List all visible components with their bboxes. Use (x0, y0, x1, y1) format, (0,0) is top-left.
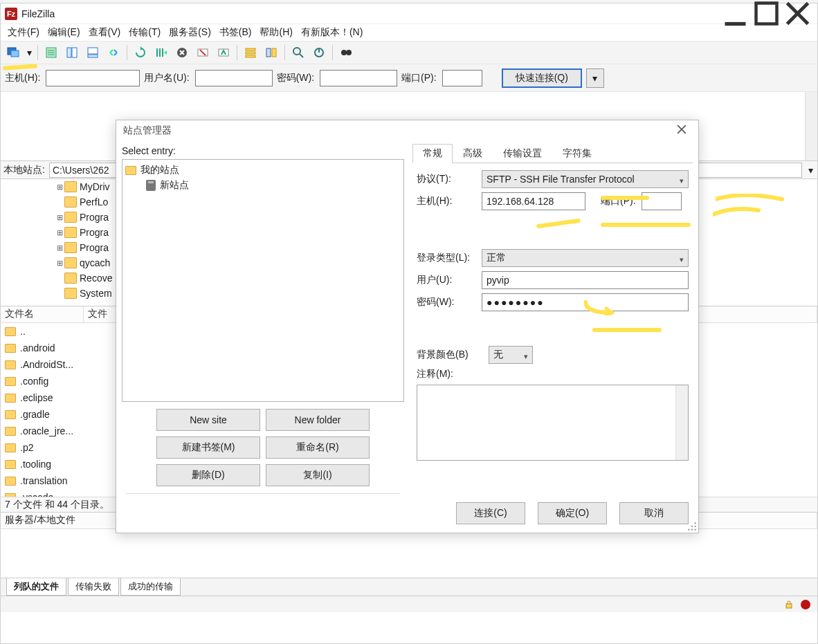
find-icon[interactable] (336, 44, 356, 62)
cancel-icon[interactable] (172, 44, 192, 62)
disconnect-icon[interactable] (193, 44, 212, 62)
tree-item[interactable]: qycach (80, 257, 110, 268)
highlight-stroke (592, 328, 662, 332)
copy-button[interactable]: 复制(I) (266, 464, 370, 486)
site-tree-entry[interactable]: 新站点 (125, 178, 401, 193)
menu-newversion[interactable]: 有新版本！(N) (298, 25, 365, 40)
tab-advanced[interactable]: 高级 (453, 144, 493, 163)
bgcolor-label: 背景颜色(B) (417, 349, 483, 361)
tree-item[interactable]: Progra (80, 227, 109, 238)
tree-item[interactable]: Recove (80, 273, 112, 284)
tab-general[interactable]: 常规 (412, 144, 453, 163)
memo-textarea[interactable] (417, 385, 689, 461)
dialog-footer: 连接(C) 确定(O) 取消 (116, 494, 698, 533)
new-site-button[interactable]: New site (156, 409, 260, 431)
host-label: 主机(H): (417, 195, 476, 208)
toggle-queue-icon[interactable] (83, 44, 102, 62)
toggle-speed-icon[interactable] (309, 44, 329, 62)
minimize-button[interactable] (720, 3, 751, 24)
menu-view[interactable]: 查看(V) (86, 25, 124, 40)
menu-edit[interactable]: 编辑(E) (45, 25, 83, 40)
menu-help[interactable]: 帮助(H) (257, 25, 295, 40)
svg-point-37 (695, 526, 696, 527)
svg-rect-11 (72, 48, 77, 57)
svg-rect-22 (246, 55, 255, 57)
toggle-log-icon[interactable] (42, 44, 61, 62)
reconnect-icon[interactable] (214, 44, 233, 62)
bgcolor-select[interactable]: 无▾ (489, 346, 533, 364)
site-tree[interactable]: 我的站点 新站点 (122, 159, 404, 402)
queue-tab-success[interactable]: 成功的传输 (120, 578, 181, 596)
host-input[interactable]: 192.168.64.128 (482, 192, 585, 210)
qc-user-label: 用户名(U): (144, 72, 190, 84)
queue-tab-failed[interactable]: 传输失败 (68, 578, 119, 596)
highlight-stroke (716, 194, 785, 208)
rename-button[interactable]: 重命名(R) (266, 436, 370, 459)
close-button[interactable] (782, 3, 813, 24)
svg-rect-24 (272, 48, 276, 57)
tree-item[interactable]: System (80, 288, 112, 299)
sync-browse-icon[interactable] (104, 44, 123, 62)
col-name[interactable]: 文件名 (1, 306, 84, 322)
queue-body[interactable] (1, 529, 817, 578)
refresh-icon[interactable] (131, 44, 150, 62)
highlight-stroke (601, 196, 649, 200)
delete-button[interactable]: 删除(D) (156, 464, 260, 486)
site-tree-root[interactable]: 我的站点 (125, 163, 401, 178)
queue-col[interactable]: 服务器/本地文件 (1, 513, 129, 528)
svg-rect-21 (246, 52, 255, 54)
statusbar: 队列: 空 (1, 596, 817, 612)
memo-scrollbar[interactable] (675, 385, 688, 460)
filter-icon[interactable] (241, 44, 260, 62)
compare-icon[interactable] (262, 44, 281, 62)
local-path-label: 本地站点: (1, 164, 48, 176)
search-icon[interactable] (289, 44, 308, 62)
menu-file[interactable]: 文件(F) (5, 25, 42, 40)
new-folder-button[interactable]: New folder (266, 409, 370, 431)
tab-charset[interactable]: 字符集 (552, 144, 602, 163)
resize-grip-icon[interactable] (687, 522, 697, 531)
remote-path-dropdown-icon[interactable]: ▾ (803, 165, 817, 176)
user-input[interactable]: pyvip (482, 271, 689, 289)
qc-port-input[interactable] (442, 70, 482, 86)
menu-bookmarks[interactable]: 书签(B) (217, 25, 255, 40)
maximize-button[interactable] (751, 3, 782, 24)
connect-button[interactable]: 连接(C) (456, 502, 525, 524)
lock-icon (784, 600, 794, 609)
qc-history-dropdown[interactable]: ▾ (586, 68, 604, 88)
svg-rect-13 (88, 55, 98, 57)
svg-point-38 (688, 529, 689, 531)
tree-item[interactable]: MyDriv (80, 181, 110, 192)
dialog-titlebar: 站点管理器 (116, 120, 698, 141)
menu-transfer[interactable]: 传输(T) (126, 25, 163, 40)
port-input[interactable] (642, 192, 682, 210)
process-queue-icon[interactable] (152, 44, 171, 62)
qc-pass-input[interactable] (320, 70, 397, 86)
new-bookmark-button[interactable]: 新建书签(M) (156, 436, 260, 459)
site-manager-dropdown-icon[interactable]: ▾ (24, 44, 34, 62)
menu-server[interactable]: 服务器(S) (166, 25, 214, 40)
cancel-button[interactable]: 取消 (619, 502, 689, 524)
svg-point-36 (691, 529, 693, 531)
site-manager-dialog: 站点管理器 Select entry: 我的站点 新站点 New site Ne (116, 120, 699, 533)
queue-tab-queued[interactable]: 列队的文件 (6, 578, 66, 596)
svg-rect-20 (246, 48, 255, 50)
toggle-tree-icon[interactable] (62, 44, 82, 62)
log-scrollbar[interactable] (805, 92, 817, 160)
queue-tabs: 列队的文件 传输失败 成功的传输 (1, 578, 817, 596)
site-manager-icon[interactable] (3, 44, 23, 62)
server-icon (146, 180, 156, 191)
protocol-select[interactable]: SFTP - SSH File Transfer Protocol▾ (482, 170, 689, 188)
tab-transfer[interactable]: 传输设置 (493, 144, 552, 163)
svg-rect-1 (756, 3, 777, 24)
qc-user-input[interactable] (195, 70, 273, 86)
tree-item[interactable]: Progra (80, 242, 109, 253)
svg-point-35 (695, 529, 696, 531)
logontype-select[interactable]: 正常▾ (482, 249, 689, 267)
tree-item[interactable]: Progra (80, 212, 109, 223)
ok-button[interactable]: 确定(O) (538, 502, 607, 524)
qc-host-input[interactable] (46, 70, 140, 86)
tree-item[interactable]: PerfLo (80, 196, 108, 208)
dialog-close-button[interactable] (672, 125, 691, 137)
qc-connect-button[interactable]: 快速连接(Q) (502, 68, 582, 88)
